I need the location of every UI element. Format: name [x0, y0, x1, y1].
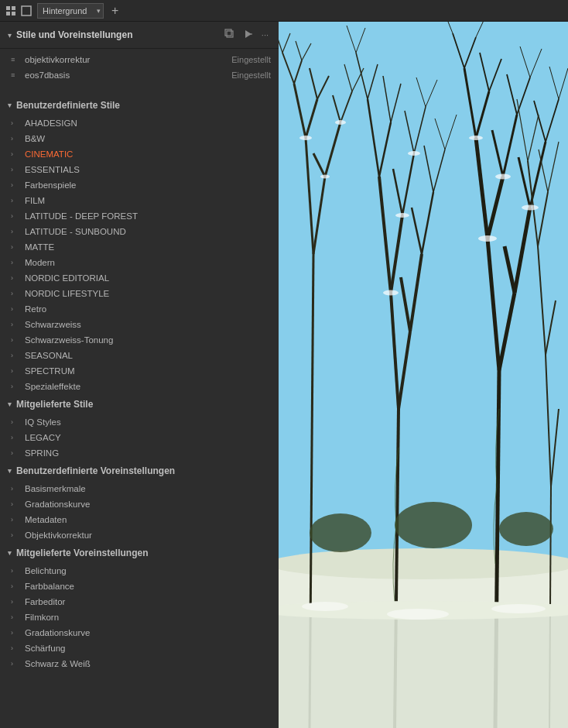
preset-item-2-3[interactable]: › Objektivkorrektur — [0, 527, 279, 543]
chevron-right-icon: › — [11, 434, 22, 441]
sidebar: ▾ Stile und Voreinstellungen ··· — [0, 22, 279, 728]
chevron-right-icon: › — [11, 567, 22, 575]
preset-item-0-10[interactable]: › NORDIC EDITORIAL — [0, 270, 279, 286]
section-header-3[interactable]: ▾ Mitgelieferte Voreinstellungen — [0, 543, 279, 563]
preset-item-label: SPRING — [25, 448, 271, 458]
preset-item-label: Farbenspiele — [25, 180, 271, 190]
chevron-right-icon: › — [11, 582, 22, 590]
preset-item-label: ESSENTIALS — [25, 165, 271, 174]
more-options-button[interactable]: ··· — [259, 29, 271, 40]
preset-item-3-3[interactable]: › Filmkorn — [0, 610, 279, 625]
paste-preset-button[interactable] — [241, 28, 256, 42]
workspace-select-wrapper[interactable]: Hintergrund — [37, 3, 104, 19]
svg-point-96 — [320, 175, 330, 179]
svg-rect-6 — [225, 29, 231, 36]
chevron-right-icon: › — [11, 243, 22, 251]
top-bar: Hintergrund + — [0, 0, 568, 22]
panel-title: Stile und Voreinstellungen — [16, 29, 222, 40]
preset-lines-icon-2: ≡ — [11, 71, 22, 79]
preset-item-3-6[interactable]: › Schwarz & Weiß — [0, 656, 279, 671]
preset-item-1-1[interactable]: › LEGACY — [0, 430, 279, 445]
panel-actions: ··· — [222, 28, 271, 42]
section-chevron-3: ▾ — [8, 549, 12, 557]
chevron-right-icon: › — [11, 321, 22, 328]
preset-item-0-2[interactable]: › CINEMATIC — [0, 146, 279, 162]
svg-point-112 — [491, 604, 546, 613]
photo-background — [279, 22, 568, 728]
preset-item-2-2[interactable]: › Metadaten — [0, 512, 279, 527]
preset-item-0-16[interactable]: › SPECTRUM — [0, 363, 279, 379]
preset-item-3-1[interactable]: › Farbbalance — [0, 579, 279, 594]
preset-item-label: AHADESIGN — [25, 118, 271, 128]
window-icon[interactable] — [20, 5, 33, 17]
section-header-0[interactable]: ▾ Benutzerdefinierte Stile — [0, 95, 279, 115]
preset-item-3-4[interactable]: › Gradationskurve — [0, 625, 279, 640]
tree-overlay — [279, 22, 568, 728]
section-title-2: Benutzerdefinierte Voreinstellungen — [16, 465, 175, 476]
preset-item-0-0[interactable]: › AHADESIGN — [0, 115, 279, 131]
preset-item-label: Gradationskurve — [25, 500, 271, 509]
preset-item-2-1[interactable]: › Gradationskurve — [0, 496, 279, 512]
svg-point-97 — [335, 120, 346, 125]
section-header-1[interactable]: ▾ Mitgelieferte Stile — [0, 394, 279, 414]
preset-item-0-4[interactable]: › Farbenspiele — [0, 177, 279, 193]
preset-item-0-17[interactable]: › Spezialeffekte — [0, 379, 279, 394]
preset-item-label: Metadaten — [25, 515, 271, 524]
chevron-right-icon: › — [11, 336, 22, 344]
chevron-right-icon: › — [11, 613, 22, 621]
preset-item-0-1[interactable]: › B&W — [0, 131, 279, 146]
chevron-right-icon: › — [11, 418, 22, 426]
preset-item-3-5[interactable]: › Schärfung — [0, 640, 279, 656]
preset-item-0-9[interactable]: › Modern — [0, 255, 279, 270]
preset-item-label: NORDIC EDITORIAL — [25, 273, 271, 283]
chevron-right-icon: › — [11, 598, 22, 606]
top-bar-icons — [5, 5, 33, 17]
preset-item-0-13[interactable]: › Schwarzweiss — [0, 317, 279, 332]
preset-item-objektivkorrektur[interactable]: ≡ objektivkorrektur Eingestellt — [0, 52, 279, 67]
chevron-right-icon: › — [11, 485, 22, 493]
section-title-0: Benutzerdefinierte Stile — [16, 100, 120, 111]
panel-collapse-chevron[interactable]: ▾ — [8, 31, 12, 39]
preset-item-0-14[interactable]: › Schwarzweiss-Tonung — [0, 332, 279, 348]
preset-item-3-2[interactable]: › Farbeditor — [0, 594, 279, 610]
preset-item-label: Objektivkorrektur — [25, 531, 271, 540]
preset-item-0-11[interactable]: › NORDIC LIFESTYLE — [0, 286, 279, 301]
preset-item-1-0[interactable]: › IQ Styles — [0, 414, 279, 430]
preset-item-0-5[interactable]: › FILM — [0, 193, 279, 208]
preset-item-label: Farbeditor — [25, 597, 271, 606]
preset-item-0-3[interactable]: › ESSENTIALS — [0, 162, 279, 177]
copy-preset-button[interactable] — [222, 28, 238, 42]
preset-item-0-8[interactable]: › MATTE — [0, 239, 279, 255]
preset-item-label: Schwarzweiss-Tonung — [25, 335, 271, 345]
svg-point-110 — [302, 602, 348, 611]
svg-point-100 — [408, 151, 420, 156]
svg-point-111 — [387, 609, 449, 620]
panel-header: ▾ Stile und Voreinstellungen ··· — [0, 22, 279, 49]
grid-icon[interactable] — [5, 5, 17, 17]
workspace-select[interactable]: Hintergrund — [37, 3, 104, 19]
preset-item-label: Gradationskurve — [25, 628, 271, 637]
preset-item-label: Schwarzweiss — [25, 320, 271, 329]
chevron-right-icon: › — [11, 181, 22, 189]
chevron-right-icon: › — [11, 367, 22, 375]
chevron-right-icon: › — [11, 383, 22, 390]
preset-item-0-12[interactable]: › Retro — [0, 301, 279, 317]
preset-item-label: LATITUDE - SUNBOUND — [25, 227, 271, 236]
section-header-2[interactable]: ▾ Benutzerdefinierte Voreinstellungen — [0, 461, 279, 481]
preset-item-3-0[interactable]: › Belichtung — [0, 563, 279, 579]
add-workspace-button[interactable]: + — [108, 5, 121, 17]
svg-rect-4 — [22, 6, 31, 15]
chevron-right-icon: › — [11, 352, 22, 359]
preset-item-label: LATITUDE - DEEP FOREST — [25, 211, 271, 221]
chevron-right-icon: › — [11, 629, 22, 637]
preset-item-0-6[interactable]: › LATITUDE - DEEP FOREST — [0, 208, 279, 224]
preset-item-label: Retro — [25, 304, 271, 314]
svg-rect-5 — [227, 31, 233, 37]
preset-item-0-7[interactable]: › LATITUDE - SUNBOUND — [0, 224, 279, 239]
preset-item-2-0[interactable]: › Basismerkmale — [0, 481, 279, 496]
preset-item-1-2[interactable]: › SPRING — [0, 445, 279, 461]
preset-item-eos7dbasis[interactable]: ≡ eos7dbasis Eingestellt — [0, 67, 279, 83]
preset-item-0-15[interactable]: › SEASONAL — [0, 348, 279, 363]
preset-item-label: NORDIC LIFESTYLE — [25, 289, 271, 298]
preset-item-label: SEASONAL — [25, 351, 271, 360]
